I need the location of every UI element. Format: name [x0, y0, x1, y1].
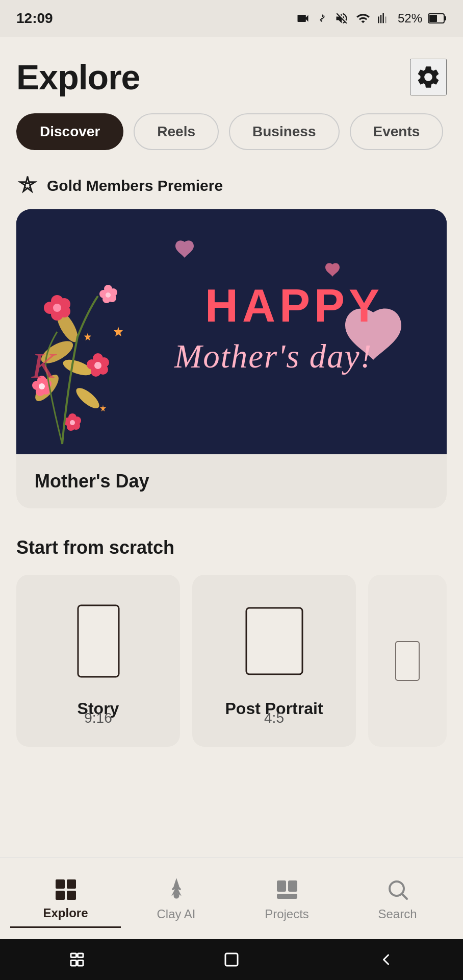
android-nav-bar	[0, 939, 463, 980]
post-portrait-format-icon	[244, 605, 305, 677]
explore-icon	[53, 875, 79, 902]
svg-point-34	[106, 292, 111, 298]
battery-text: 52%	[398, 11, 422, 26]
svg-rect-56	[71, 953, 76, 958]
svg-rect-48	[67, 879, 76, 889]
camera-icon	[296, 11, 310, 26]
svg-point-16	[53, 304, 61, 312]
svg-point-51	[174, 894, 178, 898]
nav-explore-label: Explore	[43, 906, 88, 920]
scratch-card-extra-partial	[368, 575, 447, 747]
nav-clay-ai[interactable]: Clay AI	[121, 870, 232, 927]
wifi-icon	[355, 11, 371, 26]
nav-search[interactable]: Search	[342, 870, 453, 927]
gear-icon	[415, 64, 442, 90]
page-title: Explore	[16, 57, 140, 97]
svg-rect-50	[67, 891, 76, 900]
svg-rect-53	[288, 880, 297, 892]
svg-rect-46	[396, 642, 419, 680]
gold-members-label: Gold Members Premiere	[47, 177, 223, 194]
gold-star-icon	[16, 175, 39, 197]
status-bar: 12:09 52%	[0, 0, 463, 37]
svg-rect-60	[225, 953, 238, 966]
featured-card[interactable]: HAPPY Mother's day! K Mother's Day	[16, 209, 447, 508]
svg-point-22	[94, 362, 101, 369]
status-icons: 52%	[296, 11, 447, 26]
scratch-card-post-portrait[interactable]: Post Portrait 4:5	[192, 575, 356, 747]
scratch-section-label: Start from scratch	[16, 537, 447, 558]
svg-text:HAPPY: HAPPY	[205, 280, 383, 331]
nav-projects-label: Projects	[265, 907, 309, 921]
tab-business[interactable]: Business	[229, 113, 340, 150]
clay-ai-icon	[163, 876, 190, 903]
main-content: Explore Discover Reels Business Events B…	[0, 37, 463, 857]
nav-clay-ai-label: Clay AI	[157, 907, 195, 921]
tab-events[interactable]: Events	[350, 113, 444, 150]
featured-caption: Mother's Day	[16, 454, 447, 508]
svg-rect-47	[56, 879, 65, 889]
scratch-card-story[interactable]: Story 9:16	[16, 575, 180, 747]
settings-button[interactable]	[410, 59, 447, 95]
svg-text:K: K	[31, 346, 57, 385]
story-format-icon	[75, 603, 121, 679]
mothers-day-illustration: HAPPY Mother's day! K	[16, 209, 447, 454]
svg-rect-57	[78, 953, 84, 958]
scratch-section: Start from scratch Story 9:16	[16, 537, 447, 747]
svg-rect-59	[78, 961, 84, 966]
battery-icon	[428, 13, 447, 24]
extra-format-icon	[395, 641, 420, 681]
back-button[interactable]	[373, 947, 399, 972]
tab-discover[interactable]: Discover	[16, 113, 123, 150]
svg-rect-49	[56, 891, 65, 900]
mute-icon	[335, 11, 349, 26]
search-icon	[384, 876, 411, 903]
svg-rect-58	[71, 961, 76, 966]
svg-text:Mother's day!: Mother's day!	[174, 338, 372, 375]
svg-rect-45	[246, 608, 302, 674]
bluetooth-icon	[316, 11, 328, 26]
header: Explore	[16, 37, 447, 113]
svg-rect-1	[444, 16, 446, 20]
gold-members-section-label: Gold Members Premiere	[16, 175, 447, 197]
svg-rect-52	[277, 880, 286, 892]
featured-card-image: HAPPY Mother's day! K	[16, 209, 447, 454]
svg-rect-2	[429, 15, 437, 22]
category-tabs: Discover Reels Business Events B	[16, 113, 447, 150]
projects-icon	[274, 876, 300, 903]
nav-projects[interactable]: Projects	[232, 870, 342, 927]
status-time: 12:09	[16, 10, 53, 27]
bottom-navigation: Explore Clay AI Projects	[0, 857, 463, 939]
scratch-cards-container: Story 9:16 Post Portrait 4:5	[16, 575, 447, 747]
home-button[interactable]	[219, 947, 244, 972]
signal-icon	[377, 11, 392, 26]
nav-search-label: Search	[378, 907, 417, 921]
recent-apps-button[interactable]	[64, 947, 90, 972]
svg-rect-54	[277, 894, 297, 899]
svg-point-40	[70, 420, 75, 425]
nav-explore[interactable]: Explore	[10, 869, 121, 928]
tab-reels[interactable]: Reels	[134, 113, 219, 150]
featured-caption-text: Mother's Day	[35, 471, 149, 492]
svg-rect-44	[78, 605, 119, 677]
